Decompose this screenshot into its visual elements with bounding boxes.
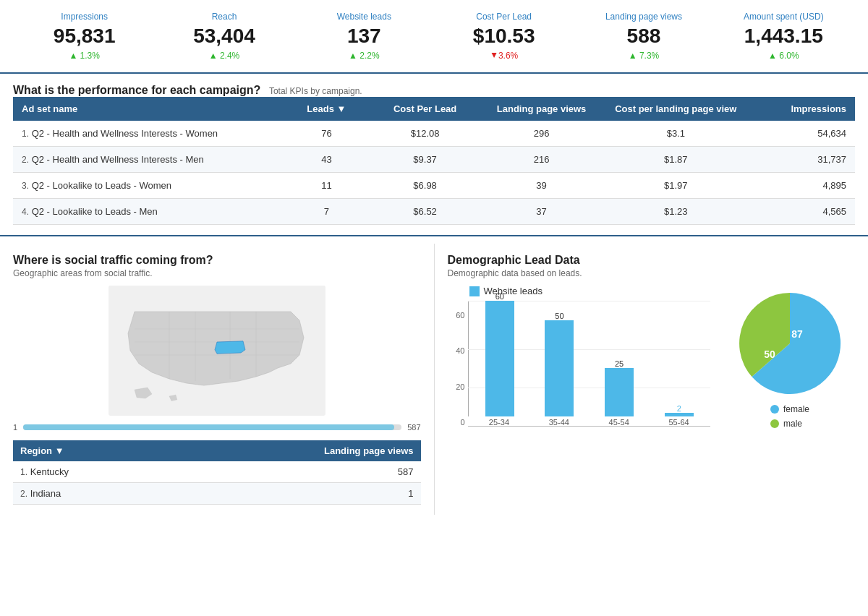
pie-legend: female male — [770, 404, 809, 429]
male-label: male — [783, 419, 802, 429]
kpi-change: ▲ 6.0% — [714, 51, 854, 61]
cell-lpv: 216 — [479, 147, 604, 173]
bar — [665, 413, 694, 416]
y-label: 20 — [451, 382, 465, 391]
kpi-item: Impressions 95,831 ▲ 1.3% — [14, 12, 154, 61]
y-axis: 0204060 — [448, 311, 468, 427]
male-dot — [770, 419, 779, 428]
demographic-panel: Demographic Lead Data Demographic data b… — [435, 244, 869, 515]
bar — [545, 320, 574, 416]
region-sort-icon: ▼ — [55, 445, 64, 456]
cell-cpv: $3.1 — [604, 121, 747, 147]
social-traffic-subtitle: Geographic areas from social traffic. — [13, 268, 421, 278]
kpi-bar: Impressions 95,831 ▲ 1.3% Reach 53,404 ▲… — [0, 0, 868, 74]
region-col-lpv: Landing page views — [167, 440, 421, 461]
kpi-value: 95,831 — [14, 25, 154, 48]
cell-impressions: 4,895 — [747, 173, 855, 199]
usa-map — [94, 286, 340, 416]
pie-male-label: 50 — [764, 348, 775, 360]
cell-leads: 76 — [281, 121, 371, 147]
cell-cpv: $1.23 — [604, 199, 747, 225]
cell-lpv: 39 — [479, 173, 604, 199]
kpi-change: ▲ 3.6% — [434, 51, 574, 61]
bar-chart-container: Website leads 0204060 — [448, 286, 711, 427]
kpi-label: Cost Per Lead — [434, 12, 574, 22]
kpi-label: Website leads — [294, 12, 434, 22]
cell-cpv: $1.97 — [604, 173, 747, 199]
cell-adset: 4. Q2 - Lookalike to Leads - Men — [13, 199, 281, 225]
kpi-value: 137 — [294, 25, 434, 48]
kpi-item: Amount spent (USD) 1,443.15 ▲ 6.0% — [714, 12, 854, 61]
cell-impressions: 54,634 — [747, 121, 855, 147]
col-cpv: Cost per landing page view — [604, 97, 747, 121]
cell-adset: 3. Q2 - Lookalike to Leads - Women — [13, 173, 281, 199]
slider-max: 587 — [407, 423, 420, 432]
cell-impressions: 4,565 — [747, 199, 855, 225]
table-row: 1. Q2 - Health and Wellness Interests - … — [13, 121, 855, 147]
cell-lpv: 296 — [479, 121, 604, 147]
bottom-panels: Where is social traffic coming from? Geo… — [0, 235, 868, 522]
campaign-section: What is the performance for each campaig… — [0, 74, 868, 235]
social-traffic-panel: Where is social traffic coming from? Geo… — [0, 244, 435, 515]
kpi-change: ▲ 1.3% — [14, 51, 154, 61]
bar — [605, 368, 634, 416]
cell-cpv: $1.87 — [604, 147, 747, 173]
slider-min: 1 — [13, 423, 17, 432]
pie-chart: 87 50 — [725, 286, 855, 401]
kpi-change: ▲ 2.2% — [294, 51, 434, 61]
col-adset: Ad set name — [13, 97, 281, 121]
campaign-subtitle: Total KPIs by campaign. — [269, 86, 362, 96]
region-table: Region ▼ Landing page views 1. Kentucky … — [13, 440, 421, 505]
bar-value-label: 60 — [495, 292, 504, 301]
cell-cpl: $6.52 — [371, 199, 479, 225]
map-slider[interactable]: 1 587 — [13, 423, 421, 432]
kpi-label: Amount spent (USD) — [714, 12, 854, 22]
col-impressions: Impressions — [747, 97, 855, 121]
cell-leads: 43 — [281, 147, 371, 173]
region-col-name[interactable]: Region ▼ — [13, 440, 167, 461]
y-label: 60 — [451, 311, 465, 320]
cell-leads: 7 — [281, 199, 371, 225]
col-leads[interactable]: Leads ▼ — [281, 97, 371, 121]
female-label: female — [783, 404, 809, 414]
kpi-value: $10.53 — [434, 25, 574, 48]
kpi-label: Reach — [154, 12, 294, 22]
kpi-value: 1,443.15 — [714, 25, 854, 48]
demographic-title: Demographic Lead Data — [448, 254, 856, 267]
social-traffic-title: Where is social traffic coming from? — [13, 254, 421, 267]
pie-chart-section: 87 50 female male — [725, 286, 855, 429]
list-item: 1. Kentucky 587 — [13, 461, 421, 483]
bar — [485, 301, 514, 416]
cell-impressions: 31,737 — [747, 147, 855, 173]
list-item: 2. Indiana 1 — [13, 483, 421, 505]
kpi-item: Website leads 137 ▲ 2.2% — [294, 12, 434, 61]
kpi-item: Landing page views 588 ▲ 7.3% — [574, 12, 713, 61]
table-row: 3. Q2 - Lookalike to Leads - Women 11 $6… — [13, 173, 855, 199]
cell-adset: 1. Q2 - Health and Wellness Interests - … — [13, 121, 281, 147]
demographic-subtitle: Demographic data based on leads. — [448, 268, 856, 278]
table-row: 2. Q2 - Health and Wellness Interests - … — [13, 147, 855, 173]
cell-cpl: $6.98 — [371, 173, 479, 199]
cell-lpv: 37 — [479, 199, 604, 225]
campaign-title: What is the performance for each campaig… — [13, 84, 260, 96]
kpi-change: ▲ 2.4% — [154, 51, 294, 61]
slider-fill — [23, 424, 394, 430]
legend-male: male — [770, 419, 809, 429]
pie-female-label: 87 — [791, 328, 803, 340]
female-dot — [770, 405, 779, 414]
cell-leads: 11 — [281, 173, 371, 199]
col-cpl: Cost Per Lead — [371, 97, 479, 121]
kpi-label: Landing page views — [574, 12, 713, 22]
region-lpv: 587 — [167, 461, 421, 483]
region-name: 2. Indiana — [13, 483, 167, 505]
y-label: 40 — [451, 346, 465, 355]
kpi-item: Reach 53,404 ▲ 2.4% — [154, 12, 294, 61]
kpi-item: Cost Per Lead $10.53 ▲ 3.6% — [434, 12, 574, 61]
cell-cpl: $9.37 — [371, 147, 479, 173]
y-label: 0 — [451, 418, 465, 427]
cell-adset: 2. Q2 - Health and Wellness Interests - … — [13, 147, 281, 173]
legend-female: female — [770, 404, 809, 414]
slider-track[interactable] — [23, 424, 401, 430]
kpi-change: ▲ 7.3% — [574, 51, 713, 61]
table-row: 4. Q2 - Lookalike to Leads - Men 7 $6.52… — [13, 199, 855, 225]
